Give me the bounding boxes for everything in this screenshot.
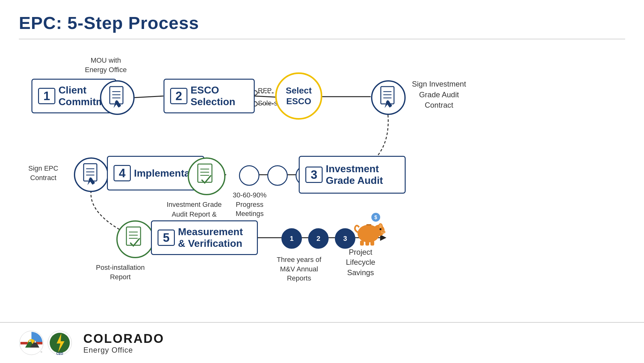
svg-point-58 [381,230,386,234]
label-savings: ProjectLifecycleSavings [346,247,375,278]
progress-circle-2 [267,165,288,186]
select-esco-label: SelectESCO [286,85,312,106]
doc-icon-iga-report [195,163,218,189]
colorado-logo: ™ [19,330,44,355]
sign-iga-circle [371,80,406,115]
mv-circle-2: 2 [308,228,329,249]
select-esco-circle: SelectESCO [275,72,322,120]
footer-logos: ™ CEO [19,330,72,355]
doc-icon-sign-iga [378,86,399,110]
iga-report-circle [188,157,225,195]
footer-text: COLORADO Energy Office [83,332,164,354]
step2-number: 2 [170,88,187,104]
doc-icon-post-install [124,226,147,252]
step3-label: InvestmentGrade Audit [326,163,383,186]
title-divider [19,39,625,39]
label-sign-iga: Sign InvestmentGrade AuditContract [412,79,466,111]
svg-point-59 [382,231,383,232]
step2-label: ESCOSelection [191,84,235,108]
label-sign-epc: Sign EPCContract [28,164,58,182]
label-mv-years: Three years ofM&V AnnualReports [277,255,321,283]
footer-colorado: COLORADO [83,332,164,346]
svg-text:™: ™ [40,351,42,353]
svg-rect-63 [370,241,374,246]
doc-icon-mou [107,86,128,110]
step3-number: 3 [305,167,323,183]
footer-energy-office: Energy Office [83,346,164,354]
mou-circle [100,80,135,115]
step5-box: 5 Measurement& Verification [151,220,258,255]
step4-number: 4 [114,165,131,181]
mv-circle-1: 1 [281,228,302,249]
step2-box: 2 ESCOSelection [164,79,255,113]
svg-text:$: $ [375,215,377,220]
footer: ™ CEO COLORADO Energy Office [0,322,644,363]
page-title: EPC: 5-Step Process [19,13,625,33]
label-rfp: RFP [258,86,272,95]
step5-label: Measurement& Verification [178,226,243,249]
post-install-circle [116,220,154,258]
page: EPC: 5-Step Process [0,0,644,363]
label-post-install: Post-installationReport [96,263,145,281]
svg-line-1 [135,96,164,98]
step5-number: 5 [158,230,175,246]
svg-rect-47 [126,227,141,245]
ceo-logo: CEO [47,330,72,355]
step1-number: 1 [38,88,55,104]
svg-point-57 [380,228,381,230]
piggy-bank-icon: $ [351,209,388,247]
svg-rect-43 [198,164,212,182]
doc-icon-sign-epc [81,163,102,187]
svg-rect-62 [365,241,369,246]
svg-point-56 [379,224,382,228]
label-mou: MOU withEnergy Office [85,56,127,74]
svg-rect-64 [366,224,371,225]
step3-box: 3 InvestmentGrade Audit [299,156,406,194]
svg-rect-61 [360,241,364,246]
piggy-svg: $ [352,211,387,246]
svg-text:CEO: CEO [56,352,63,355]
svg-point-60 [384,231,385,232]
sign-epc-circle [74,157,108,192]
label-progress: 30-60-90%ProgressMeetings [233,190,267,218]
diagram-area: 1 ClientCommitment MOU withEnergy Office… [19,49,625,307]
progress-circle-1 [239,165,259,186]
